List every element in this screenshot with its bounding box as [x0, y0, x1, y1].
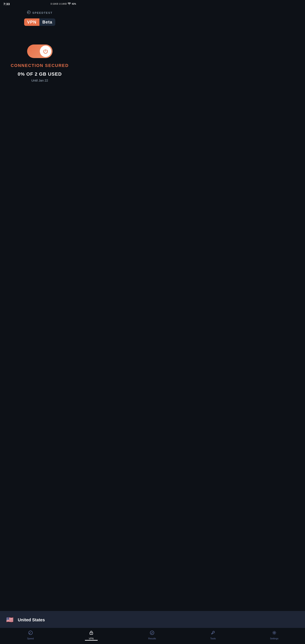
status-icons: D:16KB U:14KB 41%	[50, 2, 76, 6]
status-bar: 7:33 D:16KB U:14KB 41%	[0, 0, 80, 7]
data-usage: 0% OF 2 GB USED	[18, 72, 62, 77]
svg-point-1	[28, 12, 29, 12]
wifi-icon	[68, 2, 71, 6]
header-title-text: SPEEDTEST	[32, 11, 52, 14]
connection-status: CONNECTION SECURED	[11, 63, 69, 68]
beta-label: Beta	[40, 18, 55, 26]
header-title-row: SPEEDTEST	[27, 10, 52, 15]
main-content: CONNECTION SECURED 0% OF 2 GB USED Until…	[0, 28, 80, 91]
network-up-indicator: U:14KB	[59, 3, 67, 5]
app-header: SPEEDTEST VPN Beta	[0, 7, 80, 28]
battery-icon: 41%	[72, 3, 76, 5]
vpn-toggle[interactable]	[27, 44, 52, 58]
speedometer-icon	[27, 10, 31, 15]
vpn-label: VPN	[24, 18, 40, 26]
toggle-knob	[40, 46, 51, 57]
vpn-beta-badge: VPN Beta	[24, 18, 55, 26]
expiry-date: Until Jan 22	[31, 78, 48, 82]
status-time: 7:33	[4, 2, 10, 6]
network-down-indicator: D:16KB	[50, 3, 58, 5]
